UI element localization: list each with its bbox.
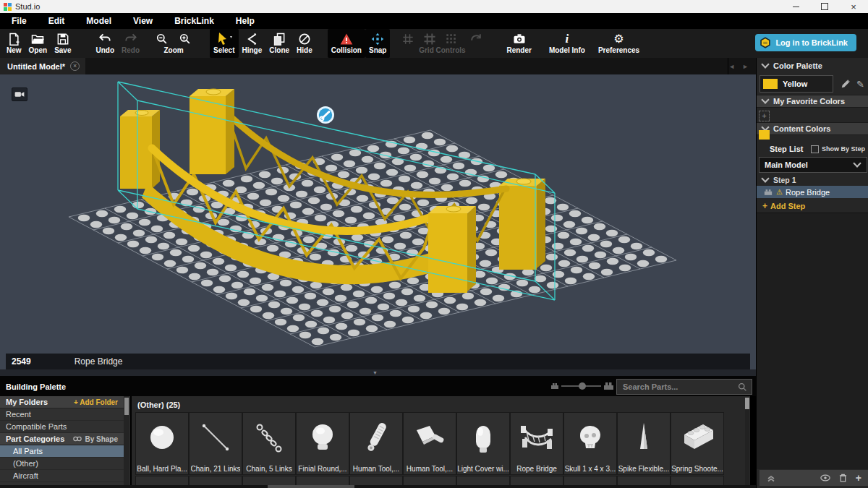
- human-tool-1-part-icon: [354, 420, 398, 458]
- show-by-step-checkbox[interactable]: [811, 145, 819, 153]
- sidebar-compatible-parts[interactable]: Compatible Parts: [0, 421, 124, 433]
- render-button[interactable]: Render: [503, 29, 535, 58]
- maximize-button[interactable]: [810, 0, 839, 13]
- camera-view-button[interactable]: [12, 87, 27, 101]
- select-tool-button[interactable]: Select: [210, 29, 238, 58]
- sidebar-aircraft[interactable]: Aircraft: [0, 470, 124, 482]
- color-palette-header[interactable]: Color Palette: [757, 58, 868, 73]
- menubar: File Edit Model View BrickLink Help: [0, 13, 868, 29]
- sidebar-part-categories[interactable]: Part Categories By Shape: [0, 433, 124, 445]
- sidebar-other[interactable]: (Other): [0, 458, 124, 470]
- tab-untitled-model[interactable]: Untitled Model* ×: [0, 58, 85, 74]
- add-step-button[interactable]: + Add Step: [757, 200, 868, 212]
- slider-thumb[interactable]: [579, 382, 586, 390]
- add-item-icon[interactable]: +: [856, 473, 861, 483]
- save-button[interactable]: Save: [51, 29, 75, 58]
- building-palette-title: Building Palette: [6, 382, 66, 391]
- zoom-in-icon[interactable]: [176, 32, 194, 46]
- sidebar-all-parts[interactable]: All Parts: [0, 445, 124, 458]
- trash-icon[interactable]: [839, 474, 847, 482]
- clone-tool-button[interactable]: Clone: [265, 29, 293, 58]
- part-tile-human-tool-1[interactable]: Human Tool,...: [349, 412, 403, 475]
- login-bricklink-button[interactable]: Log in to BrickLink: [755, 34, 856, 51]
- zoom-out-icon[interactable]: [153, 32, 171, 46]
- hinge-tool-button[interactable]: Hinge: [239, 29, 266, 58]
- sidebar-my-folders[interactable]: My Folders + Add Folder: [0, 396, 124, 408]
- tab-nav-right-icon[interactable]: ►: [742, 63, 749, 70]
- current-color-swatch: [763, 79, 778, 89]
- selection-status-bar: 2549 Rope Bridge: [6, 354, 750, 369]
- step-part-row-selected[interactable]: ⚠ Rope Bridge: [757, 186, 868, 198]
- paint-brush-icon[interactable]: [841, 79, 851, 89]
- snap-icon: [370, 31, 386, 46]
- content-colors-header[interactable]: Content Colors: [757, 122, 868, 135]
- tool-hint-badge[interactable]: [317, 106, 334, 124]
- search-input[interactable]: [617, 382, 738, 391]
- snap-toggle-button[interactable]: Snap: [365, 29, 390, 58]
- show-by-step-toggle[interactable]: Show By Step: [811, 145, 868, 153]
- eye-visibility-icon[interactable]: [820, 474, 830, 481]
- right-bottom-toolbar: +: [760, 470, 868, 486]
- part-tile-light-cover[interactable]: Light Cover wi...: [456, 412, 510, 475]
- window-title: Stud.io: [15, 2, 40, 11]
- part-tile-rope-bridge[interactable]: Rope Bridge: [510, 412, 563, 475]
- redo-button[interactable]: Redo: [118, 29, 143, 58]
- grid-small-icon[interactable]: [400, 32, 416, 46]
- menu-edit[interactable]: Edit: [38, 13, 76, 29]
- sidebar-recent[interactable]: Recent: [0, 408, 124, 421]
- document-tabbar: Untitled Model* × ◄ ►: [0, 58, 756, 74]
- color-picker-pencil-icon[interactable]: ✎: [856, 79, 864, 90]
- building-palette-header: Building Palette: [0, 376, 756, 396]
- favorite-colors-header[interactable]: My Favorite Colors: [757, 95, 868, 108]
- menu-model[interactable]: Model: [75, 13, 122, 29]
- hide-icon: [297, 31, 312, 46]
- menu-help[interactable]: Help: [225, 13, 265, 29]
- undo-button[interactable]: Undo: [92, 29, 118, 58]
- add-folder-button[interactable]: + Add Folder: [74, 398, 124, 406]
- menu-view[interactable]: View: [122, 13, 163, 29]
- human-tool-2-part-icon: [408, 420, 451, 458]
- part-tile-human-tool-2[interactable]: Human Tool,...: [403, 412, 456, 475]
- sidebar-scrollbar[interactable]: [124, 396, 129, 488]
- tab-nav-left-icon[interactable]: ◄: [728, 63, 735, 70]
- chevron-down-icon: [853, 159, 861, 167]
- part-tile-skull[interactable]: Skull 1 x 4 x 3...: [563, 412, 617, 475]
- part-tile-ball[interactable]: Ball, Hard Pla...: [135, 412, 189, 475]
- part-tile-chain-5[interactable]: Chain, 5 Links: [242, 412, 296, 475]
- collision-toggle-button[interactable]: Collision: [328, 29, 365, 58]
- collapse-panel-icon[interactable]: [767, 474, 775, 482]
- open-button[interactable]: Open: [25, 29, 51, 58]
- preferences-button[interactable]: ⚙ Preferences: [595, 29, 643, 58]
- model-selector-dropdown[interactable]: Main Model: [759, 157, 867, 173]
- part-tile-chain-21[interactable]: Chain, 21 Links: [189, 412, 242, 475]
- model-info-button[interactable]: i Model Info: [545, 29, 589, 58]
- content-color-swatch-yellow[interactable]: [759, 130, 770, 140]
- part-tile-spike[interactable]: Spike Flexible...: [617, 412, 671, 475]
- by-shape-toggle[interactable]: By Shape: [73, 435, 124, 443]
- part-tile-finial[interactable]: Finial Round,...: [296, 412, 349, 475]
- close-button[interactable]: ×: [839, 0, 868, 13]
- step-1-row[interactable]: Step 1: [757, 174, 868, 186]
- link-icon: [73, 436, 82, 442]
- part-tile-spring-shooter[interactable]: Spring Shoote...: [671, 412, 724, 475]
- menu-file[interactable]: File: [0, 13, 38, 29]
- horizontal-scrollbar[interactable]: [0, 485, 756, 488]
- tile-size-slider[interactable]: [551, 380, 613, 392]
- hinge-icon: [244, 31, 260, 46]
- grid-dots-icon[interactable]: [443, 32, 459, 46]
- grid-large-icon[interactable]: [422, 32, 438, 46]
- scene-canvas: [0, 74, 756, 354]
- rotate-grid-icon[interactable]: [468, 32, 484, 46]
- menu-bricklink[interactable]: BrickLink: [163, 13, 225, 29]
- minimize-button[interactable]: [781, 0, 810, 13]
- hide-tool-button[interactable]: Hide: [293, 29, 316, 58]
- slider-track[interactable]: [561, 385, 601, 387]
- tab-close-icon[interactable]: ×: [70, 61, 80, 71]
- add-favorite-color-button[interactable]: +: [759, 111, 770, 121]
- new-button[interactable]: New: [3, 29, 25, 58]
- panel-resize-handle-icon[interactable]: ▼: [373, 370, 378, 375]
- current-color-selector[interactable]: Yellow: [760, 75, 833, 93]
- parts-scrollbar[interactable]: [745, 398, 749, 487]
- parts-search-box[interactable]: [616, 379, 752, 395]
- viewport-3d[interactable]: 2549 Rope Bridge ▼: [0, 74, 756, 381]
